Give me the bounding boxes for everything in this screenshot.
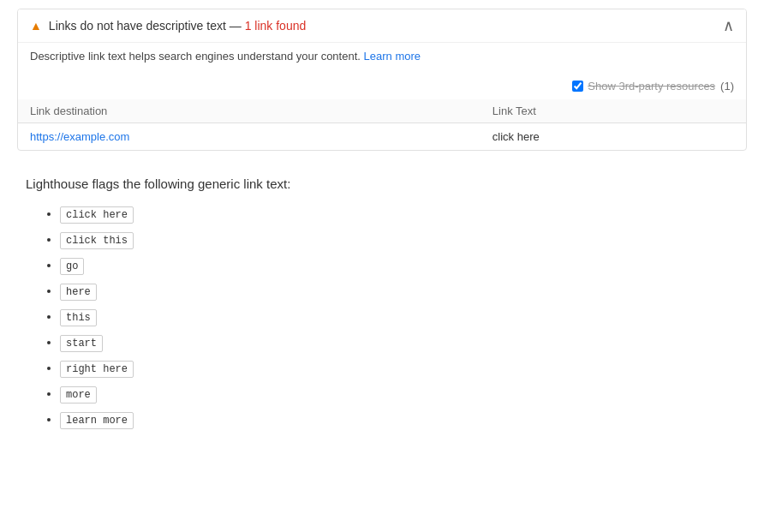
audit-title-text: Links do not have descriptive text bbox=[49, 19, 226, 33]
list-item: here bbox=[60, 284, 747, 301]
third-party-label-text: Show 3rd-party resources bbox=[588, 80, 715, 93]
table-controls: Show 3rd-party resources (1) bbox=[18, 73, 746, 99]
warning-icon: ▲ bbox=[30, 19, 42, 33]
generic-link-code: right here bbox=[60, 361, 134, 378]
column-header-link-destination: Link destination bbox=[18, 99, 480, 123]
third-party-checkbox[interactable] bbox=[572, 81, 583, 92]
list-item: start bbox=[60, 335, 747, 352]
table-cell-url[interactable]: https://example.com bbox=[18, 123, 480, 151]
generic-link-code: more bbox=[60, 386, 97, 403]
audit-header-left: ▲ Links do not have descriptive text — 1… bbox=[30, 19, 306, 33]
generic-link-code: click this bbox=[60, 232, 134, 249]
list-item: click this bbox=[60, 232, 747, 249]
audit-description: Descriptive link text helps search engin… bbox=[18, 42, 746, 73]
audit-title: Links do not have descriptive text — 1 l… bbox=[49, 19, 306, 33]
table-body: https://example.com click here bbox=[18, 123, 746, 151]
generic-link-code: learn more bbox=[60, 412, 134, 429]
table-header-row: Link destination Link Text bbox=[18, 99, 746, 123]
generic-link-code: here bbox=[60, 284, 97, 301]
collapse-button[interactable]: ∧ bbox=[723, 18, 734, 33]
generic-link-code: start bbox=[60, 335, 103, 352]
list-item: right here bbox=[60, 361, 747, 378]
audit-count: 1 link found bbox=[245, 19, 307, 33]
audit-description-text: Descriptive link text helps search engin… bbox=[30, 50, 361, 63]
generic-link-code: this bbox=[60, 309, 97, 326]
generic-list: click hereclick thisgoherethisstartright… bbox=[26, 206, 747, 429]
audit-separator: — bbox=[230, 19, 245, 33]
audit-card: ▲ Links do not have descriptive text — 1… bbox=[17, 9, 747, 151]
column-header-link-text: Link Text bbox=[480, 99, 746, 123]
audit-table: Link destination Link Text https://examp… bbox=[18, 99, 746, 150]
list-item: click here bbox=[60, 206, 747, 224]
table-head: Link destination Link Text bbox=[18, 99, 746, 123]
third-party-count: (1) bbox=[720, 80, 734, 93]
list-item: go bbox=[60, 258, 747, 275]
section-title: Lighthouse flags the following generic l… bbox=[26, 176, 747, 191]
third-party-checkbox-label[interactable]: Show 3rd-party resources bbox=[572, 80, 715, 93]
audit-header: ▲ Links do not have descriptive text — 1… bbox=[18, 9, 746, 42]
learn-more-link[interactable]: Learn more bbox=[364, 50, 421, 63]
table-cell-link-text: click here bbox=[480, 123, 746, 151]
generic-link-code: click here bbox=[60, 206, 134, 224]
generic-links-section: Lighthouse flags the following generic l… bbox=[17, 168, 747, 455]
list-item: this bbox=[60, 309, 747, 326]
generic-link-code: go bbox=[60, 258, 84, 275]
table-row: https://example.com click here bbox=[18, 123, 746, 151]
list-item: learn more bbox=[60, 412, 747, 429]
list-item: more bbox=[60, 386, 747, 403]
